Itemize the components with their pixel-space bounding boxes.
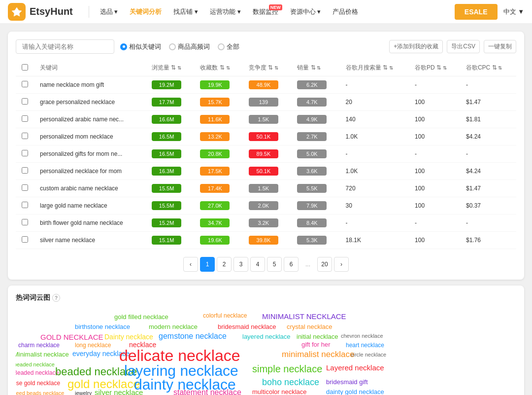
row-checkbox-7[interactable] [22,202,28,208]
cloud-word-14[interactable]: long necklace [75,342,111,349]
table-row: name necklace mom gift 19.2M 19.9K 48.9K… [16,76,516,94]
export-csv-button[interactable]: 导出CSV [447,40,480,53]
next-page-button[interactable]: › [334,257,349,272]
row-checkbox-3[interactable] [22,133,28,139]
cloud-word-12[interactable]: chevron necklace [341,333,383,339]
cloud-word-7[interactable]: GOLD NECKLACE [40,333,103,341]
cell-google-pd-0: - [409,76,460,94]
nav-divider [89,6,89,18]
cloud-word-5[interactable]: bridesmaid necklace [218,323,276,330]
esale-button[interactable]: ESALE [455,4,498,20]
cloud-word-36[interactable]: silver necklace [95,388,143,395]
row-checkbox-9[interactable] [22,236,28,243]
cloud-word-6[interactable]: crystal necklace [287,323,332,330]
cell-google-pd-8: - [409,215,460,232]
page-btn-6[interactable]: 6 [284,257,299,272]
badge-views-2: 16.6M [152,115,181,124]
cloud-word-18[interactable]: Minimalist necklace [16,351,69,358]
col-views[interactable]: 浏览量 ⇅ [146,60,194,76]
cloud-word-23[interactable]: thin beaded necklace [16,361,55,367]
lang-selector[interactable]: 中文 ▼ [503,7,524,16]
col-favorites[interactable]: 收藏数 ⇅ [194,60,242,76]
nav-item-pricing[interactable]: 产品价格 [328,4,363,19]
search-input[interactable] [16,39,114,54]
row-checkbox-1[interactable] [22,98,28,105]
cloud-word-39[interactable]: dainty gold necklace [326,388,384,395]
cloud-word-2[interactable]: MINIMALIST NECKLACE [262,312,346,321]
page-btn-2[interactable]: 2 [217,257,232,272]
logo[interactable]: EtsyHunt [8,3,73,21]
col-google-pd[interactable]: 谷歌PD ⇅ [409,60,460,76]
page-btn-20[interactable]: 20 [317,257,332,272]
cloud-word-27[interactable]: simple necklace [252,363,322,375]
cell-keyword-0: name necklace mom gift [34,76,146,94]
cloud-word-24[interactable]: Beaded necklace [16,369,59,376]
cell-sales-7: 7.9K [291,197,339,215]
cloud-word-33[interactable]: bridesmaid gift [326,378,368,386]
nav-item-resources[interactable]: 资源中心 ▾ [285,4,326,19]
keywords-table: 关键词 浏览量 ⇅ 收藏数 ⇅ 竞争度 ⇅ 销量 ⇅ 谷歌月搜索量 ⇅ 谷歌PD… [16,60,516,249]
cell-sales-2: 4.9K [291,111,339,128]
radio-high-freq[interactable]: 商品高频词 [169,42,210,51]
cloud-word-28[interactable]: Layered necklace [326,363,384,372]
cell-competition-6: 1.5K [243,180,291,197]
badge-fav-2: 11.6K [200,115,230,124]
cell-favorites-0: 19.9K [194,76,242,94]
row-checkbox-4[interactable] [22,150,28,156]
cloud-word-4[interactable]: modern necklace [149,323,198,330]
badge-fav-4: 20.8K [200,149,230,158]
cell-keyword-1: grace personalized necklace [34,94,146,111]
cloud-word-9[interactable]: gemstone necklace [159,332,227,341]
prev-page-button[interactable]: ‹ [183,257,198,272]
cloud-word-8[interactable]: Dainty necklace [104,333,153,341]
select-all-checkbox[interactable] [22,64,28,71]
radio-similar-keywords[interactable]: 相似关键词 [120,42,161,51]
nav-item-keywords[interactable]: 关键词分析 [125,4,166,19]
nav-item-products[interactable]: 选品 ▾ [95,4,123,19]
badge-comp-3: 50.1K [249,132,278,141]
nav-item-datamonitor[interactable]: 数据监控 NEW [248,4,283,19]
page-btn-3[interactable]: 3 [233,257,248,272]
copy-all-button[interactable]: 一键复制 [484,40,516,53]
cloud-word-34[interactable]: seed beads necklace [16,390,64,395]
actions-right: +添加到我的收藏 导出CSV 一键复制 [389,40,516,53]
row-checkbox-5[interactable] [22,167,28,174]
col-google-cpc[interactable]: 谷歌CPC ⇅ [460,60,516,76]
radio-label-similar: 相似关键词 [129,42,161,51]
cloud-word-3[interactable]: birthstone necklace [75,323,130,330]
row-checkbox-6[interactable] [22,184,28,191]
cell-keyword-8: birth flower gold name necklace [34,215,146,232]
cell-google-cpc-7: $0.37 [460,197,516,215]
col-sales[interactable]: 销量 ⇅ [291,60,339,76]
cloud-word-21[interactable]: minimalist necklace [282,350,354,359]
row-checkbox-0[interactable] [22,81,28,87]
page-btn-4[interactable]: 4 [250,257,265,272]
cell-views-4: 16.5M [146,145,194,163]
page-btn-5[interactable]: 5 [267,257,282,272]
row-checkbox-2[interactable] [22,115,28,122]
cloud-word-38[interactable]: multicolor necklace [252,388,307,395]
cloud-word-11[interactable]: initial necklace [297,333,338,340]
nav-item-shops[interactable]: 找店铺 ▾ [168,4,203,19]
radio-all[interactable]: 全部 [218,42,239,51]
nav-item-operations[interactable]: 运营功能 ▾ [205,4,246,19]
cloud-word-37[interactable]: statement necklace [173,388,241,395]
cloud-word-32[interactable]: boho necklace [262,377,319,388]
cloud-word-35[interactable]: jewelry [75,390,92,395]
cloud-word-1[interactable]: colorful necklace [203,312,247,319]
cloud-word-17[interactable]: heart necklace [346,342,384,349]
row-checkbox-8[interactable] [22,219,28,225]
cell-views-0: 19.2M [146,76,194,94]
info-icon[interactable]: ? [52,294,60,302]
cloud-word-16[interactable]: gift for her [301,341,331,348]
col-competition[interactable]: 竞争度 ⇅ [243,60,291,76]
page-btn-1[interactable]: 1 [200,257,215,272]
cloud-word-29[interactable]: rose gold necklace [16,380,60,387]
col-google-monthly[interactable]: 谷歌月搜索量 ⇅ [340,60,409,76]
cloud-word-13[interactable]: charm necklace [18,342,60,349]
cloud-word-22[interactable]: circle necklace [351,352,386,358]
cloud-word-0[interactable]: gold filled necklace [114,313,168,321]
cloud-word-10[interactable]: layered necklace [242,333,291,340]
badge-comp-1: 139 [249,98,278,107]
add-collection-button[interactable]: +添加到我的收藏 [389,40,443,53]
